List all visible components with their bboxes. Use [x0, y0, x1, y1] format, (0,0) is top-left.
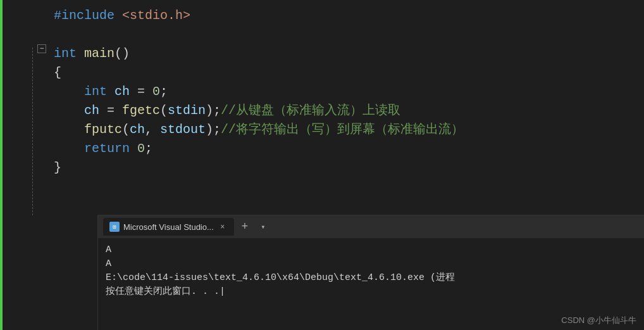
token: { [54, 65, 61, 80]
token: stdout [160, 122, 206, 137]
token: ; [145, 141, 152, 156]
code-content: } [54, 158, 61, 177]
code-line [28, 25, 644, 44]
token [107, 84, 115, 99]
token: int [84, 84, 107, 99]
token: ch [115, 84, 130, 99]
terminal-line: A [106, 257, 636, 271]
terminal-line: E:\code\114-issues\text_4.6.10\x64\Debug… [106, 271, 636, 285]
terminal-tab[interactable]: ⊡ Microsoft Visual Studio... × [103, 218, 234, 236]
terminal-tabbar: ⊡ Microsoft Visual Studio... × + ▾ [98, 215, 644, 238]
token: 0 [152, 84, 160, 99]
new-tab-button[interactable]: + [237, 219, 253, 235]
code-container: #include <stdio.h>−int main(){int ch = 0… [0, 0, 644, 177]
tab-dropdown-button[interactable]: ▾ [256, 219, 271, 234]
code-line: −int main() [28, 44, 644, 63]
code-line: } [28, 158, 644, 177]
token: fgetc [122, 103, 160, 118]
code-line: { [28, 63, 644, 82]
token [130, 141, 137, 156]
terminal-line: A [106, 243, 636, 257]
token: } [54, 160, 61, 175]
token: ; [160, 84, 168, 99]
code-line: ch = fgetc(stdin);//从键盘（标准输入流）上读取 [28, 101, 644, 120]
terminal-panel: ⊡ Microsoft Visual Studio... × + ▾ AAE:\… [98, 215, 644, 330]
token: ); [206, 122, 221, 137]
code-content: { [54, 63, 61, 82]
token [77, 46, 84, 61]
tab-close-button[interactable]: × [218, 222, 228, 232]
token: int [54, 46, 77, 61]
token: = [130, 84, 152, 99]
token: ( [160, 103, 168, 118]
code-content: #include <stdio.h> [54, 6, 190, 25]
token: fputc [84, 122, 122, 137]
code-content: int main() [54, 44, 130, 63]
watermark: CSDN @小牛仙斗牛 [561, 315, 636, 326]
code-content: return 0; [54, 139, 152, 158]
terminal-content: AAE:\code\114-issues\text_4.6.10\x64\Deb… [98, 238, 644, 304]
code-line: return 0; [28, 139, 644, 158]
code-line: fputc(ch, stdout);//将字符输出（写）到屏幕（标准输出流） [28, 120, 644, 139]
token: = [99, 103, 122, 118]
code-content: fputc(ch, stdout);//将字符输出（写）到屏幕（标准输出流） [54, 120, 464, 139]
terminal-tab-label: Microsoft Visual Studio... [123, 222, 214, 232]
token: stdin [168, 103, 206, 118]
token: main [84, 46, 115, 61]
code-content: int ch = 0; [54, 82, 168, 101]
terminal-line: 按任意键关闭此窗口. . .| [106, 285, 636, 299]
token: , [145, 122, 160, 137]
collapse-icon[interactable]: − [37, 44, 46, 53]
token: //将字符输出（写）到屏幕（标准输出流） [221, 122, 464, 137]
line-gutter: − [28, 44, 54, 53]
watermark-text: CSDN @小牛仙斗牛 [561, 315, 636, 325]
token: () [115, 46, 130, 61]
editor-area: #include <stdio.h>−int main(){int ch = 0… [0, 0, 644, 330]
code-line: int ch = 0; [28, 82, 644, 101]
token: ); [206, 103, 221, 118]
token: #include [54, 8, 122, 23]
token: //从键盘（标准输入流）上读取 [221, 103, 400, 118]
token: ch [84, 103, 99, 118]
token: 0 [137, 141, 145, 156]
code-content: ch = fgetc(stdin);//从键盘（标准输入流）上读取 [54, 101, 400, 120]
code-line: #include <stdio.h> [28, 6, 644, 25]
terminal-cursor: | [220, 286, 225, 297]
vs-icon: ⊡ [109, 222, 120, 232]
token: <stdio.h> [122, 8, 190, 23]
token: ( [122, 122, 130, 137]
token: return [84, 141, 130, 156]
token: ch [130, 122, 145, 137]
